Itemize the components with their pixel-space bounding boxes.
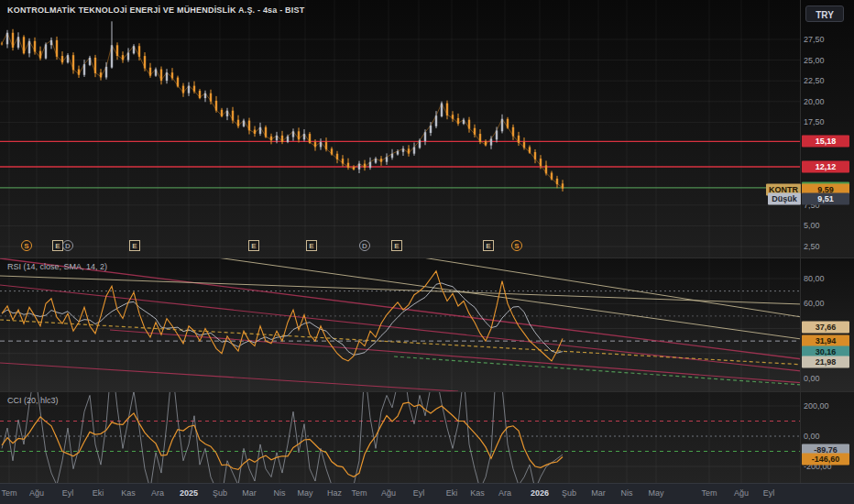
time-axis-year-label: 2026 (531, 488, 549, 498)
time-axis-month-label: Kas (121, 488, 136, 498)
cci-axis-label: 0,00 (804, 432, 849, 441)
cci-pane[interactable] (0, 392, 854, 483)
time-axis-month-label: Haz (327, 488, 342, 498)
price-axis-label: 27,50 (804, 35, 849, 44)
rsi-axis-label: 80,00 (804, 274, 849, 283)
currency-toggle-button[interactable]: TRY (805, 5, 844, 22)
cci-value-badge: -146,60 (802, 454, 849, 466)
rsi-chart-canvas[interactable] (0, 258, 801, 391)
price-level-badge: 12,12 (802, 161, 849, 173)
price-axis-label: 22,50 (804, 76, 849, 85)
rsi-pane[interactable] (0, 258, 854, 391)
event-marker-d[interactable]: D (62, 240, 73, 251)
low-value-badge: 9,51 (802, 193, 849, 205)
price-pane[interactable] (0, 0, 854, 257)
price-axis-label: 2,50 (804, 242, 849, 251)
rsi-indicator-label[interactable]: RSI (14, close, SMA, 14, 2) (7, 262, 107, 271)
time-axis-month-label: Şub (562, 488, 576, 498)
time-axis-month-label: Eki (93, 488, 104, 498)
rsi-value-badge: 37,66 (802, 322, 849, 334)
time-axis[interactable]: TemAğuEylEkiKasAra2025ŞubMarNisMayHazTem… (0, 483, 854, 504)
rsi-axis-label: 0,00 (804, 374, 849, 383)
price-axis-label: 5,00 (804, 221, 849, 230)
price-axis-divider[interactable] (800, 0, 801, 483)
event-marker-e[interactable]: E (129, 240, 140, 251)
rsi-value-badge: 21,98 (802, 356, 849, 368)
time-axis-month-label: May (648, 488, 663, 498)
time-axis-month-label: Tem (1, 488, 16, 498)
time-axis-month-label: Kas (470, 488, 485, 498)
event-marker-e[interactable]: E (248, 240, 259, 251)
time-axis-month-label: May (297, 488, 312, 498)
time-axis-month-label: Ara (151, 488, 164, 498)
time-axis-year-label: 2025 (180, 488, 198, 498)
cci-indicator-label[interactable]: CCI (20, hlc3) (7, 396, 59, 405)
time-axis-month-label: Eyl (413, 488, 425, 498)
time-axis-month-label: Şub (213, 488, 227, 498)
time-axis-month-label: Ağu (734, 488, 749, 498)
time-axis-month-label: Nis (274, 488, 286, 498)
event-marker-e[interactable]: E (483, 240, 494, 251)
event-marker-s[interactable]: S (21, 240, 32, 251)
price-axis-label: 17,50 (804, 117, 849, 126)
time-axis-month-label: Ağu (381, 488, 396, 498)
event-marker-s[interactable]: S (511, 240, 522, 251)
cci-axis-label: 200,00 (804, 401, 849, 411)
time-axis-month-label: Mar (591, 488, 606, 498)
event-marker-d[interactable]: D (359, 240, 370, 251)
price-level-badge: 15,18 (802, 136, 849, 148)
chart-root: KONTROLMATİK TEKNOLOJİ ENERJİ VE MÜHENDİ… (0, 0, 854, 504)
time-axis-month-label: Ağu (29, 488, 44, 498)
time-axis-month-label: Eyl (763, 488, 775, 498)
cci-chart-canvas[interactable] (0, 392, 801, 483)
symbol-title: KONTROLMATİK TEKNOLOJİ ENERJİ VE MÜHENDİ… (7, 5, 304, 15)
event-marker-e[interactable]: E (391, 240, 402, 251)
price-axis-label: 25,00 (804, 56, 849, 65)
time-axis-month-label: Eki (446, 488, 458, 498)
event-marker-e[interactable]: E (306, 240, 317, 251)
time-axis-month-label: Tem (351, 488, 367, 498)
pane-divider[interactable] (0, 391, 854, 392)
price-axis-label: 20,00 (804, 97, 849, 106)
low-label-badge: Düşük (768, 193, 801, 205)
time-axis-month-label: Eyl (62, 488, 74, 498)
pane-divider[interactable] (0, 257, 854, 258)
time-axis-month-label: Nis (621, 488, 633, 498)
time-axis-month-label: Mar (242, 488, 257, 498)
price-chart-canvas[interactable] (0, 0, 801, 257)
rsi-axis-label: 60,00 (804, 299, 849, 308)
time-axis-month-label: Ara (498, 488, 511, 498)
time-axis-month-label: Tem (701, 488, 717, 498)
